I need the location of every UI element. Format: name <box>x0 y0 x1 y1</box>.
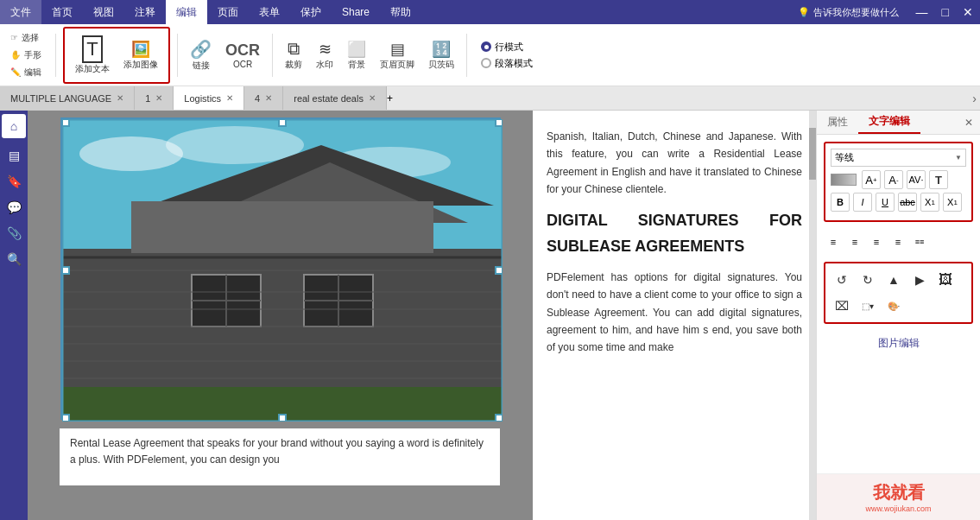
bookmark-sidebar-icon[interactable]: 🔖 <box>2 169 26 193</box>
document-area: Rental Lease Agreement that speaks for y… <box>28 111 816 520</box>
menu-home[interactable]: 首页 <box>41 0 83 24</box>
crop-tool[interactable]: ⧉ 裁剪 <box>280 35 307 74</box>
font-family-select[interactable]: 等线 ▼ <box>831 149 966 167</box>
shape-section: ↺ ↻ ▲ ▶ 🖼 ⌧ ⬚▾ 🎨· <box>824 262 973 324</box>
triangle-button[interactable]: ▲ <box>882 269 905 291</box>
font-shrink-button[interactable]: A- <box>884 170 903 189</box>
menu-form[interactable]: 表单 <box>249 0 290 24</box>
subscript-button[interactable]: X1 <box>943 193 962 212</box>
font-grow-button[interactable]: A+ <box>862 170 881 189</box>
tab-multiple-language[interactable]: MULTIPLE LANGUAGE ✕ <box>0 86 135 110</box>
tell-me-search[interactable]: 💡 告诉我你想要做什么 <box>787 6 909 19</box>
right-text-content: Spanish, Italian, Dutch, Chinese and Jap… <box>547 128 802 357</box>
play-button[interactable]: ▶ <box>908 269 931 291</box>
image-button[interactable]: 🖼 <box>934 269 957 291</box>
watermark-tool[interactable]: ≋ 水印 <box>311 36 338 74</box>
add-text-tool[interactable]: T 添加文本 <box>70 32 115 79</box>
close-button[interactable]: ✕ <box>956 5 980 19</box>
edit-tool[interactable]: ✏️ 编辑 <box>7 65 45 80</box>
document-image[interactable] <box>60 117 501 420</box>
add-image-tool[interactable]: 🖼️ 添加图像 <box>118 36 163 74</box>
select-icon: ☞ <box>10 33 18 42</box>
menu-annotate[interactable]: 注释 <box>124 0 166 24</box>
thumbnail-sidebar-icon[interactable]: ▤ <box>2 143 26 168</box>
bold-button[interactable]: B <box>831 193 850 212</box>
panel-close-button[interactable]: ✕ <box>958 117 980 129</box>
tab-scroll-button[interactable]: › <box>969 92 980 105</box>
paragraph-mode-radio[interactable]: 段落模式 <box>481 57 533 70</box>
link-icon: 🔗 <box>190 39 212 60</box>
doc-page-left: Rental Lease Agreement that speaks for y… <box>28 111 533 520</box>
left-sidebar: ⌂ ▤ 🔖 💬 📎 🔍 <box>0 111 28 520</box>
align-right-button[interactable]: ≡ <box>867 232 886 251</box>
toolbar-divider-3 <box>272 34 273 77</box>
row-mode-radio[interactable]: 行模式 <box>481 41 533 54</box>
font-spacing-button[interactable]: AV· <box>907 170 926 189</box>
maximize-button[interactable]: □ <box>935 5 956 19</box>
close-tab-logistics[interactable]: ✕ <box>226 93 233 103</box>
doc-caption: Rental Lease Agreement that speaks for y… <box>60 428 500 485</box>
palette-button[interactable]: 🎨· <box>882 295 905 317</box>
close-tab-real-estate[interactable]: ✕ <box>369 93 376 103</box>
rotate-cw-button[interactable]: ↻ <box>857 269 879 291</box>
align-justify-button[interactable]: ≡ <box>888 232 907 251</box>
link-tool[interactable]: 🔗 链接 <box>185 35 217 75</box>
align-section: ≡ ≡ ≡ ≡ ≡≡ <box>824 232 973 251</box>
align-center-button[interactable]: ≡ <box>845 232 864 251</box>
panel-tab-properties[interactable]: 属性 <box>817 111 858 134</box>
menu-file[interactable]: 文件 <box>0 0 41 24</box>
menu-page[interactable]: 页面 <box>207 0 249 24</box>
font-name-row: 等线 ▼ <box>831 149 966 167</box>
strikethrough-button[interactable]: abc <box>898 193 917 212</box>
align-left-button[interactable]: ≡ <box>824 232 843 251</box>
svg-rect-26 <box>496 119 503 126</box>
text-color-button[interactable]: T <box>929 170 948 189</box>
minimize-button[interactable]: — <box>909 5 935 19</box>
hand-icon: ✋ <box>10 50 21 60</box>
close-tab-4[interactable]: ✕ <box>265 93 272 103</box>
toolbar: ☞ 选择 ✋ 手形 ✏️ 编辑 T 添加文本 🖼️ 添加图像 🔗 链接 <box>0 24 980 86</box>
rotate-ccw-button[interactable]: ↺ <box>831 269 853 291</box>
close-tab-1[interactable]: ✕ <box>155 93 162 103</box>
menu-view[interactable]: 视图 <box>83 0 124 24</box>
svg-rect-30 <box>279 415 286 422</box>
svg-rect-25 <box>279 119 286 126</box>
svg-rect-24 <box>62 119 69 126</box>
tab-real-estate[interactable]: real estate deals ✕ <box>283 86 387 110</box>
background-tool[interactable]: ⬜ 背景 <box>342 36 371 74</box>
superscript-button[interactable]: X1 <box>920 193 939 212</box>
tab-4[interactable]: 4 ✕ <box>244 86 283 110</box>
edit-icon: ✏️ <box>10 67 21 77</box>
comment-sidebar-icon[interactable]: 💬 <box>2 195 26 219</box>
menu-protect[interactable]: 保护 <box>290 0 332 24</box>
home-sidebar-icon[interactable]: ⌂ <box>2 114 26 138</box>
header-footer-tool[interactable]: ▤ 页眉页脚 <box>375 36 420 74</box>
background-icon: ⬜ <box>347 40 366 59</box>
format-buttons-row: B I U abc X1 X1 <box>831 193 966 212</box>
tab-1[interactable]: 1 ✕ <box>135 86 174 110</box>
add-tab-button[interactable]: + <box>387 92 393 105</box>
close-tab-multiple-language[interactable]: ✕ <box>117 93 123 103</box>
ocr-tool[interactable]: OCR OCR <box>220 38 265 73</box>
svg-point-2 <box>166 126 304 164</box>
color-swatch[interactable] <box>831 174 857 186</box>
add-image-icon: 🖼️ <box>131 40 150 59</box>
doc-scrollbar[interactable] <box>809 111 816 520</box>
underline-button[interactable]: U <box>876 193 895 212</box>
select-tool[interactable]: ☞ 选择 <box>7 30 45 46</box>
bates-tool[interactable]: 🔢 贝茨码 <box>423 36 459 74</box>
position-button[interactable]: ⬚▾ <box>857 295 879 317</box>
italic-button[interactable]: I <box>853 193 872 212</box>
tab-logistics[interactable]: Logistics ✕ <box>174 86 244 110</box>
panel-tab-text-edit[interactable]: 文字编辑 <box>858 111 920 134</box>
menu-share[interactable]: Share <box>332 0 380 24</box>
attachment-sidebar-icon[interactable]: 📎 <box>2 221 26 245</box>
menu-help[interactable]: 帮助 <box>380 0 421 24</box>
search-sidebar-icon[interactable]: 🔍 <box>2 247 26 271</box>
img-edit-label[interactable]: 图片编辑 <box>817 331 980 356</box>
hand-tool[interactable]: ✋ 手形 <box>7 48 45 63</box>
crop-button[interactable]: ⌧ <box>831 295 853 317</box>
menu-edit[interactable]: 编辑 <box>166 0 207 24</box>
doc-scrollbar-thumb[interactable] <box>809 128 816 180</box>
line-spacing-button[interactable]: ≡≡ <box>910 232 929 251</box>
